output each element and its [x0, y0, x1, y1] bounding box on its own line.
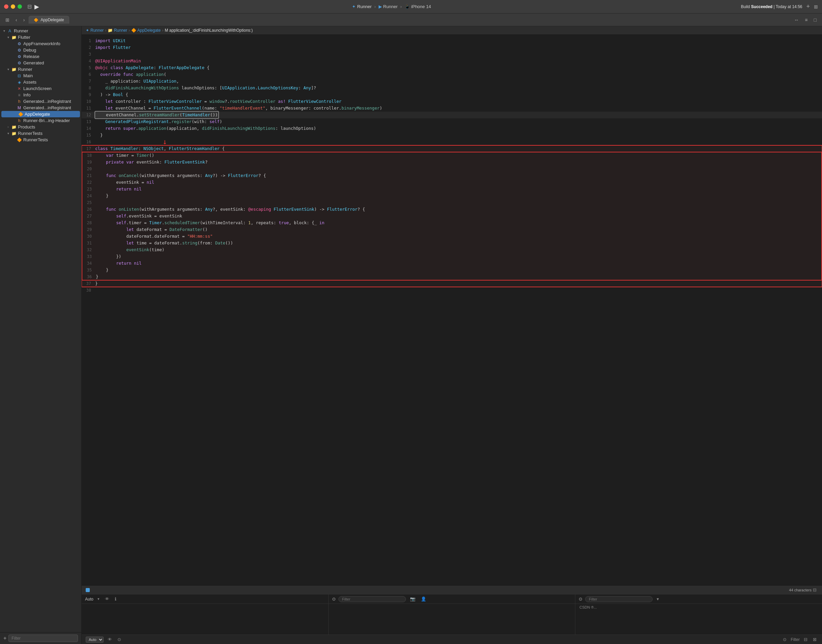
plist-icon: ≡ [16, 93, 22, 97]
watermark-text: CSDN ®... [575, 604, 822, 610]
build-status: Build Succeeded | Today at 14:56 [741, 5, 802, 9]
inspector-toggle[interactable]: ⊠ [811, 636, 818, 642]
debug-filter-toggle[interactable]: ⊙ [116, 636, 123, 642]
sidebar-item-appframeworkinfo[interactable]: ⚙ AppFrameworkInfo [0, 40, 81, 47]
code-line-18: 18 var timer = Timer() [81, 152, 822, 159]
code-content[interactable]: 1 import UIKit 2 import Flutter 3 4 @UIA… [81, 35, 822, 585]
breadcrumb-runner-folder[interactable]: 📁 Runner [108, 28, 127, 33]
settings-file-icon: ⚙ [16, 41, 22, 46]
tab-appdelegate[interactable]: 🔶 AppDelegate [29, 16, 69, 24]
code-line-36: 36 } [81, 273, 822, 280]
runnertests-swift-icon: 🔶 [16, 138, 22, 142]
sidebar-item-appdelegate[interactable]: 🔶 AppDelegate [2, 111, 80, 117]
debug-eye-button[interactable]: 👁 [106, 636, 114, 642]
debug-filter-toolbar: ⊙ 📷 👤 [329, 595, 575, 604]
device-icon: 📱 [405, 4, 410, 9]
split-editor-button[interactable]: ⊞ [814, 4, 818, 9]
sidebar-filter-input[interactable] [8, 635, 78, 642]
authors-button[interactable]: ≡ [803, 16, 810, 24]
layout-toggle[interactable]: ⊟ [802, 636, 809, 642]
code-line-13: 13 GeneratedPluginRegistrant.register(wi… [81, 118, 822, 125]
code-line-5: 5 @objc class AppDelegate: FlutterAppDel… [81, 64, 822, 71]
swift-tab-icon: 🔶 [34, 18, 38, 22]
grid-view-button[interactable]: ⊞ [3, 16, 11, 24]
code-line-21: 21 func onCancel(withArguments arguments… [81, 172, 822, 179]
inline-diff-button[interactable]: ↔ [792, 16, 801, 24]
sidebar-item-runner-group[interactable]: ▾ 📁 Runner [0, 66, 81, 72]
forward-button[interactable]: › [21, 16, 27, 24]
minimize-button[interactable] [11, 5, 15, 9]
hide-button[interactable]: □ [812, 16, 819, 24]
sidebar-item-info[interactable]: ≡ Info [0, 92, 81, 98]
code-line-38: 38 [81, 287, 822, 294]
sidebar-item-generated-registrant-h[interactable]: h Generated...inRegistrant [0, 98, 81, 104]
console-options-button[interactable]: ▾ [655, 596, 661, 602]
breadcrumb-method[interactable]: M application(_:didFinishLaunchingWithOp… [165, 28, 253, 33]
console-filter-input[interactable] [585, 596, 653, 602]
code-line-11: 11 let eventChannel = FlutterEventChanne… [81, 105, 822, 112]
sidebar: ▾ A Runner ▾ 📁 Flutter ⚙ AppFrameworkInf… [0, 26, 81, 644]
sidebar-item-launchscreen[interactable]: ✕ LaunchScreen [0, 85, 81, 92]
sidebar-item-runner-bridging[interactable]: h Runner-Bri...ing-Header [0, 117, 81, 124]
breadcrumb-runner[interactable]: Runner [91, 28, 104, 33]
add-tab-button[interactable]: + [806, 3, 810, 10]
breadcrumb-sep-1: › [374, 4, 376, 9]
code-line-35: 35 } [81, 267, 822, 273]
breadcrumb-appdelegate[interactable]: 🔶 AppDelegate [131, 28, 161, 33]
sidebar-item-generated-registrant-m[interactable]: M Generated...inRegistrant [0, 104, 81, 111]
sidebar-item-debug[interactable]: ⚙ Debug [0, 47, 81, 53]
auto-select[interactable]: Auto [86, 636, 104, 642]
bottom-panel: Auto ▾ 👁 ℹ ⊙ 📷 👤 [81, 594, 822, 635]
code-line-8: 8 didFinishLaunchingWithOptions launchOp… [81, 84, 822, 91]
assets-icon: ◈ [16, 80, 22, 84]
m-file-icon: M [16, 106, 22, 110]
code-line-4: 4 @UIApplicationMain [81, 58, 822, 64]
device-selector[interactable]: 📱 iPhone 14 [405, 4, 431, 9]
code-line-16: 16 [81, 139, 822, 145]
title-bar-right: Build Succeeded | Today at 14:56 + ⊞ [741, 3, 818, 10]
toolbar-right-buttons: ↔ ≡ □ [792, 16, 819, 24]
console-filter-toggle-btn[interactable]: ⊙ [782, 636, 788, 642]
debug-inspect-button[interactable]: 👁 [104, 596, 111, 602]
debug-filter-input[interactable] [338, 596, 406, 602]
generated-file-icon: ⚙ [16, 61, 22, 65]
sidebar-item-main[interactable]: ⊟ Main [0, 72, 81, 79]
sidebar-item-products[interactable]: › 📁 Products [0, 124, 81, 130]
run-button[interactable]: ▶ [34, 3, 39, 11]
breadcrumb-sep-2: › [400, 4, 401, 9]
sidebar-toggle-icon[interactable]: ⊟ [27, 3, 32, 10]
code-line-24: 24 } [81, 193, 822, 199]
storyboard-icon: ⊟ [16, 74, 22, 78]
debug-select-button[interactable]: ▾ [96, 596, 101, 602]
xcode-icon: ✦ [352, 4, 356, 9]
sidebar-item-runnertests[interactable]: 🔶 RunnerTests [0, 136, 81, 143]
sidebar-item-assets[interactable]: ◈ Assets [0, 79, 81, 85]
code-line-25: 25 [81, 199, 822, 206]
back-button[interactable]: ‹ [14, 16, 19, 24]
appdelegate-swift-icon: 🔶 [18, 112, 24, 117]
scheme-selector[interactable]: ▶ Runner [379, 4, 398, 9]
close-button[interactable] [4, 5, 8, 9]
editor-area: 1 import UIKit 2 import Flutter 3 4 @UIA… [81, 35, 822, 594]
release-file-icon: ⚙ [16, 54, 22, 59]
sidebar-item-generated[interactable]: ⚙ Generated [0, 60, 81, 66]
sidebar-item-flutter[interactable]: ▾ 📁 Flutter [0, 34, 81, 40]
code-line-7: 7 _ application: UIApplication, [81, 78, 822, 84]
filter-icon: ⊙ [332, 596, 336, 601]
debug-person-button[interactable]: 👤 [419, 596, 427, 602]
fullscreen-button[interactable] [18, 5, 22, 9]
debug-info-button[interactable]: ℹ [114, 596, 118, 602]
code-line-22: 22 eventSink = nil [81, 179, 822, 186]
sidebar-item-release[interactable]: ⚙ Release [0, 53, 81, 60]
debug-camera-button[interactable]: 📷 [409, 596, 417, 602]
breadcrumb: ✦ Runner › 📁 Runner › 🔶 AppDelegate › M … [81, 26, 822, 35]
project-name: ✦ Runner [352, 4, 372, 9]
editor-options-button[interactable]: ⊟ [811, 587, 818, 593]
sidebar-item-runnertests-group[interactable]: ▾ 📁 RunnerTests [0, 130, 81, 136]
code-line-3: 3 [81, 51, 822, 58]
auto-label: Auto [85, 597, 94, 601]
code-line-34: 34 return nil [81, 260, 822, 267]
sidebar-item-runner-root[interactable]: ▾ A Runner [0, 28, 81, 34]
breadcrumb-runner-icon[interactable]: ✦ [86, 28, 89, 33]
add-file-button[interactable]: + [3, 635, 6, 641]
